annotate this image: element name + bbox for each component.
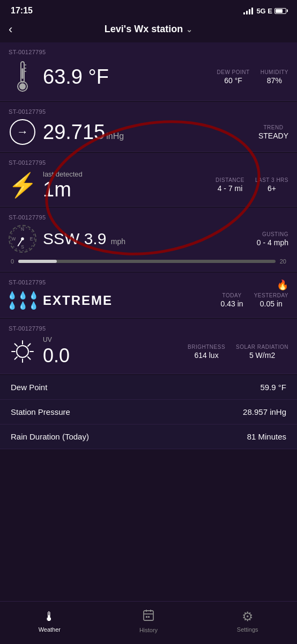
svg-line-22 — [15, 357, 18, 360]
svg-point-13 — [21, 237, 24, 240]
temperature-card: ST-00127795 63.9 °F DEW POINT 60 °F HUMI… — [0, 42, 297, 101]
wind-bar-min: 0 — [11, 258, 14, 265]
temp-station-id: ST-00127795 — [9, 49, 288, 55]
bottom-nav: 🌡 Weather History ⚙ Settings — [0, 601, 297, 644]
lightning-last-hours-meta: LAST 3 HRS 6+ — [255, 177, 288, 193]
rain-yesterday-meta: YESTERDAY 0.05 in — [254, 292, 288, 308]
pressure-arrow-icon: → — [9, 119, 36, 145]
pressure-value: 29.715 — [43, 121, 105, 143]
rain-drops-icon: 💧💧💧 💧💧💧 — [9, 290, 36, 311]
rain-card: ST-00127795 🔥 💧💧💧 💧💧💧 EXTREME TODAY 0.43… — [0, 273, 297, 318]
svg-rect-28 — [148, 616, 150, 618]
settings-nav-icon: ⚙ — [242, 609, 254, 624]
nav-weather[interactable]: 🌡 Weather — [0, 609, 99, 633]
brightness-meta: BRIGHTNESS 614 lux — [188, 344, 225, 360]
svg-rect-1 — [22, 68, 24, 79]
wind-bar-max: 20 — [280, 258, 286, 265]
wind-compass-icon: N S W E — [9, 225, 36, 253]
network-label: 5G E — [256, 7, 272, 15]
pressure-card: ST-00127795 → 29.715inHg TREND STEADY — [0, 102, 297, 152]
uv-station-id: ST-00127795 — [9, 325, 288, 332]
svg-text:E: E — [30, 236, 33, 241]
status-icons: 5G E — [243, 7, 286, 15]
battery-icon — [274, 8, 286, 14]
nav-settings[interactable]: ⚙ Settings — [198, 609, 297, 633]
pressure-station-id: ST-00127795 — [9, 108, 288, 115]
wind-bar — [18, 260, 276, 263]
pressure-trend-meta: TREND STEADY — [258, 125, 288, 140]
svg-rect-23 — [144, 611, 153, 620]
rain-station-id: ST-00127795 — [9, 279, 288, 286]
uv-card: ST-00127795 UV 0.0 BRIGHTNESS 614 — [0, 319, 297, 374]
wind-unit: mph — [111, 237, 125, 246]
history-nav-label: History — [139, 627, 158, 633]
pressure-meta: TREND STEADY — [258, 125, 288, 140]
header-title: Levi's Wx station ⌄ — [105, 24, 192, 35]
lightning-distance-meta: DISTANCE 4 - 7 mi — [216, 177, 244, 193]
svg-rect-27 — [146, 616, 147, 618]
svg-line-20 — [28, 357, 31, 360]
weather-nav-label: Weather — [39, 626, 61, 633]
status-time: 17:15 — [11, 6, 33, 16]
signal-icon — [243, 8, 253, 14]
dropdown-chevron-icon[interactable]: ⌄ — [186, 25, 192, 34]
rain-intensity-label: EXTREME — [43, 293, 214, 308]
fire-icon: 🔥 — [277, 279, 288, 291]
lightning-card: ST-00127795 ⚡ last detected 1m DISTANCE … — [0, 153, 297, 207]
history-nav-icon — [142, 609, 155, 625]
svg-point-14 — [17, 346, 28, 357]
wind-card: ST-00127795 N S W E SSW 3.9 mph — [0, 208, 297, 272]
lightning-meta: DISTANCE 4 - 7 mi LAST 3 HRS 6+ — [216, 177, 288, 193]
temperature-value: 63.9 °F — [43, 67, 210, 87]
wind-station-id: ST-00127795 — [9, 214, 288, 221]
nav-history[interactable]: History — [99, 609, 198, 633]
svg-line-21 — [28, 344, 31, 347]
dew-point-meta: DEW POINT 60 °F — [217, 69, 249, 85]
svg-text:W: W — [11, 236, 16, 241]
solar-radiation-meta: SOLAR RADIATION 5 W/m2 — [236, 344, 288, 360]
settings-nav-label: Settings — [237, 626, 258, 633]
back-button[interactable]: ‹ — [9, 23, 12, 36]
humidity-meta: HUMIDITY 87% — [261, 69, 288, 85]
app-header: ‹ Levi's Wx station ⌄ — [0, 19, 297, 41]
svg-text:N: N — [21, 226, 24, 232]
wind-gusting-meta: GUSTING 0 - 4 mph — [257, 231, 288, 247]
thermometer-icon — [9, 60, 36, 94]
summary-row-pressure: Station Pressure 28.957 inHg — [0, 400, 297, 425]
svg-point-3 — [19, 83, 26, 90]
lightning-icon: ⚡ — [9, 171, 36, 199]
lightning-time-value: 1m — [43, 179, 209, 200]
sun-icon — [9, 338, 36, 365]
uv-meta: BRIGHTNESS 614 lux SOLAR RADIATION 5 W/m… — [188, 344, 288, 360]
wind-speed-value: SSW 3.9 — [43, 230, 111, 247]
svg-text:S: S — [21, 244, 24, 250]
lightning-detected-label: last detected — [43, 170, 209, 178]
uv-label: UV — [43, 336, 181, 343]
weather-nav-icon: 🌡 — [43, 609, 56, 624]
summary-row-dewpoint: Dew Point 59.9 °F — [0, 375, 297, 400]
pressure-unit: inHg — [106, 131, 124, 141]
svg-line-19 — [15, 344, 18, 347]
rain-meta: TODAY 0.43 in YESTERDAY 0.05 in — [221, 292, 288, 308]
summary-row-rain-duration: Rain Duration (Today) 81 Minutes — [0, 425, 297, 449]
summary-rows: Dew Point 59.9 °F Station Pressure 28.95… — [0, 375, 297, 449]
temp-meta: DEW POINT 60 °F HUMIDITY 87% — [217, 69, 288, 85]
rain-today-meta: TODAY 0.43 in — [221, 292, 243, 308]
status-bar: 17:15 5G E — [0, 0, 297, 19]
wind-section: N S W E SSW 3.9 mph GUSTING 0 - 4 mph — [9, 225, 288, 265]
uv-value: 0.0 — [43, 345, 181, 367]
lightning-station-id: ST-00127795 — [9, 159, 288, 166]
